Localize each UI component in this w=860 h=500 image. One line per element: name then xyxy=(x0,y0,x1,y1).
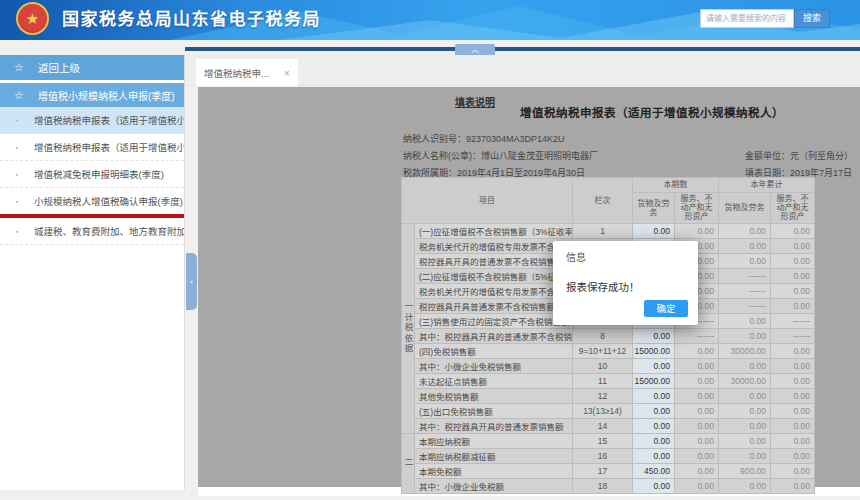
row-no: 8 xyxy=(573,328,633,343)
col-header-item: 项目 xyxy=(402,178,573,224)
sidebar-menu: ▪增值税纳税申报表（适用于增值税小规模...▪增值税纳税申报表（适用于增值税小规… xyxy=(0,107,184,245)
table-row: 其中：税控器具开具的普通发票销售额140.000.000.000.00 xyxy=(402,418,815,433)
col-header-ytd: 本年累计 xyxy=(719,178,815,193)
row-label: 税控器具开具普通发票不含税销售额 xyxy=(415,298,573,313)
value-cell: 0.00 xyxy=(771,403,815,418)
search-button[interactable]: 搜索 xyxy=(794,9,830,28)
taxpayer-id-label: 纳税人识别号： xyxy=(403,134,466,144)
value-cell: 0.00 xyxy=(771,478,815,493)
col-header-current: 本期数 xyxy=(633,178,719,193)
value-cell[interactable]: 0.00 xyxy=(633,358,675,373)
row-no: 12 xyxy=(573,388,633,403)
app-header: ★ 国家税务总局山东省电子税务局 搜索 xyxy=(0,0,860,40)
vat-declaration-table: 项目 栏次 本期数 本年累计 货物及劳务 服务、不动产和无形资产 货物及劳务 服… xyxy=(401,177,815,494)
value-cell: 0.00 xyxy=(719,418,771,433)
value-cell: 0.00 xyxy=(719,328,771,343)
fill-date-label: 填表日期： xyxy=(745,168,790,178)
value-cell: 0.00 xyxy=(719,478,771,493)
amount-unit-row: 金额单位：元（列至角分） xyxy=(745,149,853,162)
value-cell[interactable]: 15000.00 xyxy=(633,343,675,358)
value-cell[interactable]: 0.00 xyxy=(633,328,675,343)
fill-date-row: 填表日期：2019年7月17日 xyxy=(745,166,852,179)
value-cell: 0.00 xyxy=(771,418,815,433)
value-cell: 0.00 xyxy=(771,358,815,373)
sidebar-item[interactable]: ▪城建税、教育费附加、地方教育附加税(... xyxy=(0,218,184,245)
section-label: 二 xyxy=(402,433,415,493)
value-cell[interactable]: 15000.00 xyxy=(633,373,675,388)
value-cell: 0.00 xyxy=(675,373,719,388)
value-cell[interactable]: 0.00 xyxy=(633,403,675,418)
row-label: 本期应纳税额 xyxy=(415,433,573,448)
value-cell[interactable]: 0.00 xyxy=(633,418,675,433)
row-label: 未达起征点销售额 xyxy=(415,373,573,388)
row-label: (五)出口免税销售额 xyxy=(415,403,573,418)
value-cell: 0.00 xyxy=(675,433,719,448)
fill-instructions-link[interactable]: 填表说明 xyxy=(455,94,495,109)
row-label: 税控器具开具的普通发票不含税销售额 xyxy=(415,253,573,268)
value-cell: ------ xyxy=(719,298,771,313)
row-no: 14 xyxy=(573,418,633,433)
top-divider-bar xyxy=(185,47,860,51)
value-cell: 0.00 xyxy=(771,463,815,478)
row-label: (三)销售使用过的固定资产不含税销售额 xyxy=(415,313,573,328)
taxpayer-id-value: 92370304MA3DP14K2U xyxy=(466,134,565,144)
star-icon: ☆ xyxy=(0,89,38,102)
row-label: 本期免税额 xyxy=(415,463,573,478)
star-icon: ☆ xyxy=(0,61,38,74)
value-cell[interactable]: 0.00 xyxy=(633,448,675,463)
value-cell[interactable]: 0.00 xyxy=(633,388,675,403)
value-cell: ------ xyxy=(719,283,771,298)
value-cell: 0.00 xyxy=(675,418,719,433)
value-cell: 0.00 xyxy=(719,403,771,418)
value-cell: 30000.00 xyxy=(719,373,771,388)
sidebar-group-item[interactable]: ☆ 增值税小规模纳税人申报(季度) xyxy=(0,83,184,107)
sidebar-back-item[interactable]: ☆ 返回上级 xyxy=(0,55,184,80)
value-cell: ------ xyxy=(771,328,815,343)
table-row: 其他免税销售额120.000.000.000.00 xyxy=(402,388,815,403)
col-header-services: 服务、不动产和无形资产 xyxy=(675,193,719,224)
sidebar-item[interactable]: ▪增值税纳税申报表（适用于增值税小规模... xyxy=(0,134,184,161)
header-search: 搜索 xyxy=(700,9,830,28)
value-cell: ------ xyxy=(675,328,719,343)
value-cell: ------ xyxy=(771,313,815,328)
table-row: 未达起征点销售额1115000.000.0030000.000.00 xyxy=(402,373,815,388)
value-cell[interactable]: 0.00 xyxy=(633,223,675,238)
col-header-goods: 货物及劳务 xyxy=(719,193,771,224)
row-no: 17 xyxy=(573,463,633,478)
tab-vat-return[interactable]: 增值税纳税申... × xyxy=(196,59,298,86)
value-cell: 0.00 xyxy=(675,388,719,403)
sidebar-item-label: 增值税纳税申报表（适用于增值税小规模... xyxy=(34,140,184,154)
bullet-icon: ▪ xyxy=(0,198,34,205)
value-cell: 0.00 xyxy=(771,238,815,253)
value-cell[interactable]: 0.00 xyxy=(633,478,675,493)
value-cell: 0.00 xyxy=(771,283,815,298)
sidebar-item[interactable]: ▪增值税减免税申报明细表(季度) xyxy=(0,161,184,188)
search-input[interactable] xyxy=(700,9,794,28)
value-cell: 0.00 xyxy=(719,253,771,268)
row-no: 1 xyxy=(573,223,633,238)
sidebar-item[interactable]: ▪小规模纳税人增值税确认申报(季度) xyxy=(0,188,184,218)
close-icon[interactable]: × xyxy=(284,67,290,79)
taxpayer-name-label: 纳税人名称(公章)： xyxy=(403,151,481,161)
ok-button[interactable]: 确定 xyxy=(644,300,688,317)
value-cell[interactable]: 0.00 xyxy=(633,433,675,448)
value-cell: 0.00 xyxy=(675,463,719,478)
value-cell[interactable]: 450.00 xyxy=(633,463,675,478)
sidebar-item[interactable]: ▪增值税纳税申报表（适用于增值税小规模... xyxy=(0,107,184,134)
sidebar: ☆ 返回上级 ☆ 增值税小规模纳税人申报(季度) ▪增值税纳税申报表（适用于增值… xyxy=(0,55,185,490)
tax-period-row: 税款所属期：2019年4月1日至2019年6月30日 xyxy=(403,166,585,179)
row-label: 其中：小微企业免税销售额 xyxy=(415,358,573,373)
col-header-goods: 货物及劳务 xyxy=(633,193,675,224)
value-cell: 0.00 xyxy=(771,298,815,313)
table-row: 一计税依据(一)应征增值税不含税销售额（3%征收率）10.000.000.000… xyxy=(402,223,815,238)
value-cell: 0.00 xyxy=(719,433,771,448)
info-dialog: 信息 报表保存成功！ 确定 xyxy=(553,241,698,325)
value-cell: 0.00 xyxy=(675,478,719,493)
bullet-icon: ▪ xyxy=(0,228,34,235)
value-cell: 900.00 xyxy=(719,463,771,478)
sidebar-collapse-handle[interactable]: ‹ xyxy=(186,253,197,310)
row-no: 9=10+11+12 xyxy=(573,343,633,358)
table-row: (四)免税销售额9=10+11+1215000.000.0030000.000.… xyxy=(402,343,815,358)
value-cell: ------ xyxy=(719,268,771,283)
value-cell: 0.00 xyxy=(719,313,771,328)
